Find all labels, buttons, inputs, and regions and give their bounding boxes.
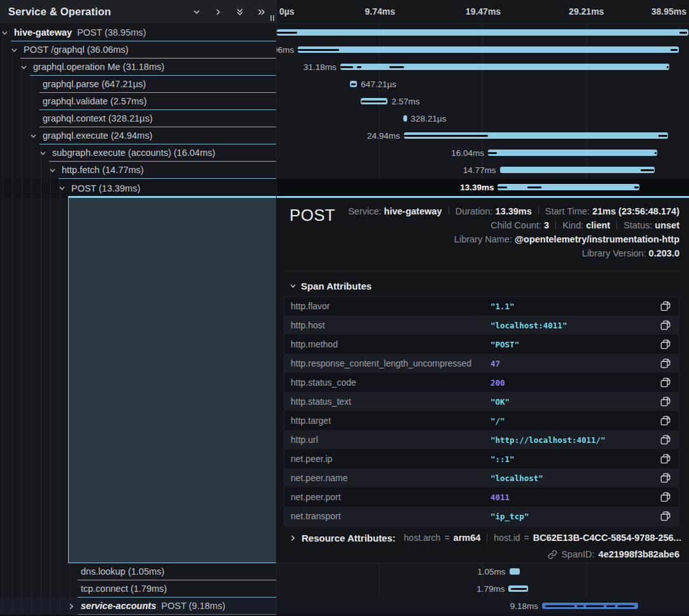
copy-button[interactable] — [652, 319, 679, 331]
attribute-value: "localhost" — [491, 473, 652, 483]
span-name-cell[interactable]: hive-gateway POST (38.95ms) — [0, 24, 276, 41]
span-duration-label: 1.05ms — [477, 563, 505, 580]
span-detail-panel: POST Service: hive-gatewayDuration: 13.3… — [276, 198, 689, 563]
chevron-down-icon[interactable] — [1, 29, 9, 37]
span-name-cell[interactable]: graphql.context (328.21µs) — [0, 110, 276, 127]
span-name-cell[interactable]: POST /graphql (36.06ms) — [0, 41, 276, 59]
span-timeline-cell[interactable]: 328.21µs — [276, 110, 689, 127]
attribute-value: 47 — [491, 359, 652, 368]
operation-name: graphql.validate (2.57ms) — [43, 96, 147, 106]
chevron-down-icon[interactable] — [20, 63, 28, 71]
meta-value: 21ms (23:56:48.174) — [592, 206, 679, 216]
meta-separator — [538, 207, 539, 215]
resource-value: arm64 — [454, 533, 481, 543]
meta-separator — [449, 207, 449, 215]
span-timeline-cell[interactable]: 647.21µs — [276, 76, 689, 93]
span-name-cell[interactable]: graphql.operation Me (31.18ms) — [0, 59, 276, 76]
copy-button[interactable] — [652, 491, 679, 503]
span-bar[interactable] — [498, 184, 639, 190]
span-duration-label: 9.18ms — [510, 598, 538, 615]
span-row: http.fetch (14.77ms)14.77ms — [0, 162, 689, 179]
resource-separator — [487, 533, 487, 542]
span-bar[interactable] — [298, 46, 679, 53]
chevron-down-icon[interactable] — [48, 166, 57, 174]
span-timeline-cell[interactable]: 2.57ms — [276, 93, 689, 110]
copy-button[interactable] — [652, 510, 679, 522]
collapse-all-icon[interactable] — [233, 5, 247, 19]
column-resize-handle[interactable] — [270, 15, 274, 21]
span-bar[interactable] — [510, 568, 520, 575]
collapse-children-icon[interactable] — [190, 5, 204, 19]
critical-path-segment — [634, 186, 639, 189]
copy-button[interactable] — [652, 358, 679, 369]
span-bar[interactable] — [277, 29, 688, 36]
span-timeline-cell[interactable]: 24.94ms — [276, 127, 689, 144]
copy-button[interactable] — [652, 300, 679, 312]
copy-button[interactable] — [652, 415, 679, 426]
chevron-down-icon[interactable] — [58, 185, 66, 193]
chevron-down-icon[interactable] — [29, 132, 38, 140]
span-timeline-cell[interactable]: 31.18ms — [276, 59, 689, 76]
chevron-right-icon[interactable] — [67, 602, 76, 610]
span-name-cell[interactable]: graphql.execute (24.94ms) — [0, 127, 276, 144]
meta-label: Kind: — [562, 220, 583, 230]
operation-name: POST (9.18ms) — [162, 601, 225, 611]
span-bar[interactable] — [500, 167, 655, 173]
span-timeline-cell[interactable]: 16.04ms — [276, 144, 689, 162]
attribute-value: "ip_tcp" — [491, 512, 652, 521]
span-bar[interactable] — [488, 150, 657, 156]
span-name-cell[interactable]: service-accounts POST (9.18ms) — [0, 598, 276, 615]
link-icon[interactable] — [548, 550, 557, 559]
attribute-key: net.transport — [284, 511, 491, 521]
indent-guide — [3, 110, 3, 127]
copy-button[interactable] — [652, 472, 679, 484]
attribute-key: http.response_content_length_uncompresse… — [284, 358, 491, 368]
indent-guide — [12, 59, 13, 76]
operation-name: dns.lookup (1.05ms) — [81, 566, 164, 577]
attribute-key: http.status_text — [284, 396, 491, 407]
span-timeline-cell[interactable]: 13.39ms — [276, 179, 689, 198]
indent-guide — [22, 563, 22, 580]
expand-all-icon[interactable] — [254, 5, 268, 19]
span-timeline-cell[interactable]: 36.06ms — [276, 41, 689, 59]
span-timeline-cell[interactable]: 14.77ms — [276, 162, 689, 179]
resource-attributes-row[interactable]: Resource Attributes: host.arch=arm64host… — [284, 530, 679, 545]
copy-button[interactable] — [652, 396, 679, 407]
span-timeline-cell[interactable]: 9.18ms — [276, 598, 689, 615]
span-timeline-cell[interactable]: 38.95ms — [276, 24, 689, 41]
chevron-down-icon[interactable] — [10, 46, 18, 54]
span-name-cell[interactable]: dns.lookup (1.05ms) — [0, 563, 276, 580]
span-name-label: graphql.execute (24.94ms) — [43, 127, 153, 144]
span-timeline-cell[interactable]: 1.05ms — [276, 563, 689, 580]
indent-guide — [3, 76, 3, 93]
attribute-value: "::1" — [491, 454, 652, 464]
span-name-cell[interactable]: http.fetch (14.77ms) — [0, 162, 276, 179]
copy-button[interactable] — [652, 377, 679, 388]
span-attributes-header[interactable]: Span Attributes — [284, 280, 679, 291]
copy-icon — [660, 472, 671, 484]
critical-path-segment — [606, 605, 615, 608]
attribute-value: "OK" — [491, 397, 652, 407]
copy-button[interactable] — [652, 339, 679, 350]
indent-guide — [69, 580, 70, 598]
indent-guide — [3, 580, 3, 598]
span-name-cell[interactable]: POST (13.39ms) — [0, 179, 276, 198]
span-name-cell[interactable]: subgraph.execute (accounts) (16.04ms) — [0, 144, 276, 162]
span-name-label: subgraph.execute (accounts) (16.04ms) — [52, 144, 215, 162]
critical-path-segment — [361, 101, 386, 103]
attribute-value: "http://localhost:4011/" — [491, 435, 652, 445]
resource-equals: = — [444, 533, 449, 543]
span-timeline-cell[interactable]: 1.79ms — [276, 580, 689, 598]
span-name-cell[interactable]: tcp.connect (1.79ms) — [0, 580, 276, 598]
chevron-down-icon[interactable] — [39, 149, 47, 157]
copy-button[interactable] — [652, 453, 679, 465]
critical-path-segment — [586, 605, 604, 608]
operation-name: graphql.execute (24.94ms) — [43, 130, 153, 141]
meta-value: 13.39ms — [496, 206, 532, 216]
expand-children-icon[interactable] — [211, 5, 225, 19]
span-name-cell[interactable]: graphql.parse (647.21µs) — [0, 76, 276, 93]
span-name-cell[interactable]: graphql.validate (2.57ms) — [0, 93, 276, 110]
span-bar[interactable] — [403, 115, 407, 122]
copy-button[interactable] — [652, 434, 679, 445]
attribute-row: http.response_content_length_uncompresse… — [284, 354, 679, 373]
